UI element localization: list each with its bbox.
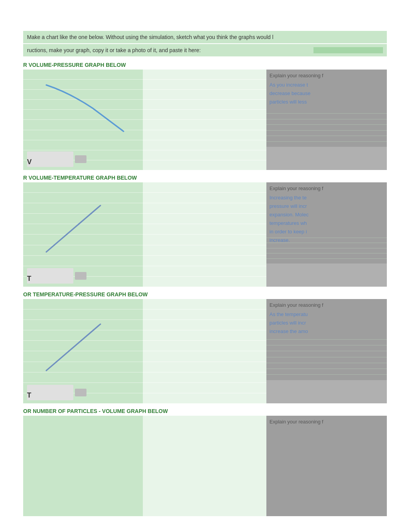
reasoning-line-2b: pressure will incr (269, 202, 384, 211)
reasoning-line-2d: temperatures wh (269, 219, 384, 228)
bottom-labels-2 (27, 268, 86, 284)
graph-svg-1 (23, 70, 143, 155)
page-num-1 (75, 155, 86, 163)
section-header-3: OR TEMPERATURE-PRESSURE GRAPH BELOW (23, 289, 387, 299)
reasoning-area-2: Explain your reasoning f Increasing the … (266, 182, 387, 287)
section-body-1: V Explain your reasoning f As you increa… (23, 70, 387, 170)
page-num-3 (75, 389, 86, 396)
reasoning-header-3: Explain your reasoning f (269, 302, 384, 308)
axis-label-t-2: T (27, 275, 31, 283)
section-volume-temperature: R VOLUME-TEMPERATURE GRAPH BELOW (23, 172, 387, 287)
reasoning-header-2: Explain your reasoning f (269, 185, 384, 191)
sketch-thumb-3 (27, 385, 73, 400)
section-header-2: R VOLUME-TEMPERATURE GRAPH BELOW (23, 172, 387, 182)
faint-lines-1 (266, 108, 387, 147)
faint-lines-2 (266, 233, 387, 263)
graph-area-4 (23, 416, 266, 516)
section-volume-pressure: R VOLUME-PRESSURE GRAPH BELOW (23, 59, 387, 170)
axis-label-v-1: V (27, 158, 32, 166)
reasoning-line-2c: expansion. Molec (269, 211, 384, 219)
reasoning-area-4: Explain your reasoning f (266, 416, 387, 516)
graph-svg-3 (23, 299, 143, 384)
section-particles-volume: OR NUMBER OF PARTICLES - VOLUME GRAPH BE… (23, 406, 387, 516)
sketch-thumb-2 (27, 268, 73, 284)
instruction-right-blank (313, 47, 383, 53)
reasoning-text-1: As you increase t decrease because parti… (269, 81, 384, 106)
reasoning-bottom-3 (266, 380, 387, 403)
axis-label-t-3: T (27, 391, 31, 399)
graph-area-3: T (23, 299, 266, 403)
section-header-4: OR NUMBER OF PARTICLES - VOLUME GRAPH BE… (23, 406, 387, 416)
bottom-labels-1 (27, 151, 86, 167)
graph-area-2: T (23, 182, 266, 287)
section-header-1: R VOLUME-PRESSURE GRAPH BELOW (23, 59, 387, 70)
graph-svg-2 (23, 182, 143, 267)
reasoning-line-1c: particles will less (269, 98, 384, 106)
reasoning-header-4: Explain your reasoning f (269, 419, 384, 425)
svg-line-0 (46, 206, 100, 252)
section-body-4: Explain your reasoning f (23, 416, 387, 516)
instruction-text-2: ructions, make your graph, copy it or ta… (27, 47, 313, 53)
svg-line-1 (46, 324, 100, 371)
bottom-labels-3 (27, 385, 86, 400)
instruction-row-1: Make a chart like the one below. Without… (23, 31, 387, 43)
instruction-text-1: Make a chart like the one below. Without… (27, 34, 273, 40)
reasoning-area-3: Explain your reasoning f As the temperat… (266, 299, 387, 403)
reasoning-line-3a: As the temperatu (269, 310, 384, 319)
section-body-2: T Explain your reasoning f Increasing th… (23, 182, 387, 287)
reasoning-line-1b: decrease because (269, 89, 384, 98)
reasoning-header-1: Explain your reasoning f (269, 73, 384, 78)
page-container: Make a chart like the one below. Without… (0, 0, 410, 532)
instruction-row-2: ructions, make your graph, copy it or ta… (23, 44, 387, 56)
page-num-2 (75, 272, 86, 280)
reasoning-bottom-2 (266, 263, 387, 287)
reasoning-line-1a: As you increase t (269, 81, 384, 89)
graph-area-1: V (23, 70, 266, 170)
faint-lines-3 (266, 334, 387, 380)
sketch-thumb-1 (27, 151, 73, 167)
reasoning-text-3: As the temperatu particles will incr inc… (269, 310, 384, 336)
section-temperature-pressure: OR TEMPERATURE-PRESSURE GRAPH BELOW (23, 289, 387, 403)
reasoning-bottom-1 (266, 147, 387, 170)
section-body-3: T Explain your reasoning f As the temper… (23, 299, 387, 403)
reasoning-area-1: Explain your reasoning f As you increase… (266, 70, 387, 170)
reasoning-line-2a: Increasing the te (269, 194, 384, 202)
reasoning-line-3b: particles will incr (269, 319, 384, 327)
